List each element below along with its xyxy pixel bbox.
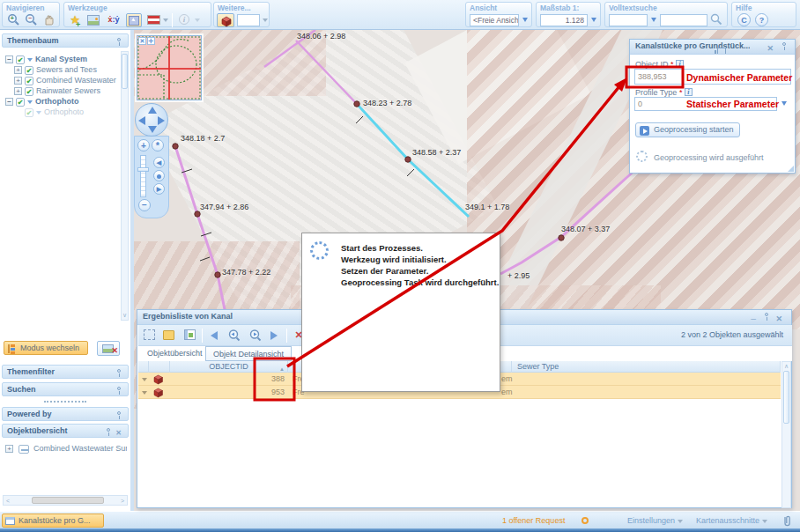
paperclip-icon[interactable] — [781, 514, 793, 528]
profile-type-dropdown-icon[interactable] — [781, 101, 787, 106]
pan-down-icon[interactable] — [148, 126, 157, 133]
clear-button[interactable]: C — [737, 13, 751, 26]
first-record-icon[interactable] — [207, 329, 221, 343]
geoprocessing-combo[interactable] — [237, 14, 260, 26]
resize-grip[interactable] — [788, 166, 794, 172]
highlight-icon[interactable] — [161, 329, 175, 343]
close-icon[interactable]: ✕ — [767, 42, 774, 55]
sidebar-splitter-handle[interactable] — [44, 401, 86, 403]
flag-dropdown-icon[interactable] — [161, 13, 169, 27]
objektuebersicht-hscrollbar[interactable]: < > — [3, 495, 128, 506]
info-icon[interactable]: i — [676, 60, 684, 68]
chevron-down-icon[interactable] — [27, 100, 33, 104]
checkbox-checked-icon[interactable]: ✔ — [25, 87, 33, 96]
geoprocessing-panel-titlebar[interactable]: Kanalstücke pro Grundstück... ✕ — [630, 40, 795, 55]
zoom-in-icon[interactable]: + — [6, 13, 20, 27]
row-expander-icon[interactable] — [142, 391, 147, 395]
minimize-icon[interactable]: ─ — [751, 313, 756, 325]
scale-dropdown-icon[interactable] — [589, 13, 598, 27]
geoprocessing-cube-icon[interactable] — [217, 13, 234, 27]
pan-hand-icon[interactable] — [41, 13, 56, 27]
expand-icon[interactable]: + — [14, 66, 22, 74]
tree-node-sewers-and-tees[interactable]: +✔Sewers and Tees — [14, 65, 97, 76]
expand-icon[interactable]: + — [5, 445, 13, 453]
tree-scrollbar[interactable]: ∨ — [121, 51, 129, 321]
coordinates-xy-icon[interactable]: ẋ:ẏ — [107, 13, 121, 27]
scroll-right-icon[interactable]: > — [119, 498, 126, 505]
pin-icon[interactable] — [107, 428, 110, 432]
suchen-panel-header[interactable]: Suchen — [2, 382, 129, 396]
zoom-out-button[interactable]: − — [138, 199, 151, 211]
tree-node-kanal-system[interactable]: −✔Kanal System — [5, 55, 87, 65]
icon-column-header[interactable] — [149, 361, 170, 373]
row-expander-icon[interactable] — [142, 378, 147, 381]
scroll-left-icon[interactable]: < — [4, 498, 11, 505]
tree-node-orthophoto-child[interactable]: ✔Orthophoto — [25, 107, 84, 118]
info-icon[interactable]: i — [685, 88, 693, 96]
view-dropdown-icon[interactable] — [521, 13, 530, 27]
zoom-slider[interactable] — [140, 155, 146, 197]
modus-wechseln-button[interactable]: Modus wechseln — [4, 341, 88, 355]
zoom-next-icon[interactable] — [248, 329, 262, 343]
checkbox-checked-icon[interactable]: ✔ — [16, 55, 25, 64]
fulltext-search-input[interactable] — [660, 14, 707, 26]
tree-node-rainwater-sewers[interactable]: +✔Rainwater Sewers — [14, 86, 100, 97]
pan-right-icon[interactable] — [158, 116, 165, 125]
scrollbar-thumb[interactable] — [122, 54, 128, 89]
objektuebersicht-item[interactable]: + Combined Wastewater Sun — [5, 444, 127, 454]
fulltext-dropdown-icon[interactable] — [649, 13, 658, 27]
themenbaum-panel-header[interactable]: Themenbaum — [2, 33, 129, 48]
scrollbar-thumb[interactable] — [783, 371, 789, 424]
close-icon[interactable]: ✕ — [115, 427, 122, 440]
select-tool-icon[interactable] — [126, 13, 142, 27]
weitere-dropdown-icon[interactable] — [261, 13, 269, 27]
info-tool-icon[interactable]: i — [177, 13, 191, 27]
powered-by-panel-header[interactable]: Powered by — [2, 407, 129, 421]
next-view-icon[interactable]: ▶ — [153, 183, 165, 195]
collapse-icon[interactable]: − — [5, 98, 13, 106]
zoom-slider-handle[interactable] — [137, 167, 149, 172]
zoom-in-button[interactable]: + — [137, 139, 150, 151]
sewer-type-column-header[interactable]: Sewer Type — [512, 361, 781, 373]
fulltext-category-select[interactable] — [609, 14, 648, 26]
previous-view-icon[interactable]: ◀ — [153, 157, 165, 168]
scroll-down-icon[interactable]: ∨ — [122, 312, 128, 319]
checkbox-checked-icon[interactable]: ✔ — [16, 98, 25, 107]
chevron-down-icon[interactable] — [36, 111, 41, 115]
start-geoprocessing-button[interactable]: Geoprocessing starten — [635, 122, 740, 137]
checkbox-checked-icon[interactable]: ✔ — [25, 66, 33, 75]
last-record-icon[interactable] — [267, 329, 281, 343]
info-dropdown-icon[interactable] — [193, 13, 201, 27]
pan-left-icon[interactable] — [138, 116, 145, 125]
sidebar-splitter[interactable] — [130, 30, 134, 511]
pin-icon[interactable] — [117, 38, 121, 41]
pin-icon[interactable] — [782, 42, 786, 46]
flag-tool-icon[interactable] — [147, 13, 161, 27]
marquee-select-icon[interactable] — [142, 329, 156, 343]
tree-node-orthophoto[interactable]: −✔Orthophoto — [5, 97, 78, 107]
checkbox-checked-icon[interactable]: ✔ — [25, 77, 33, 85]
taskbar-window-button[interactable]: Kanalstücke pro G... — [2, 514, 104, 528]
scrollbar-thumb[interactable] — [32, 497, 104, 504]
full-extent-icon[interactable]: * — [152, 139, 164, 151]
center-view-icon[interactable] — [153, 170, 165, 181]
pin-icon[interactable] — [117, 387, 121, 390]
add-favorite-icon[interactable]: ★+ — [68, 13, 82, 27]
zoom-previous-icon[interactable] — [226, 329, 241, 343]
overview-map[interactable]: ✕ ✛ — [137, 35, 202, 100]
help-button[interactable]: ? — [755, 13, 768, 26]
chevron-down-icon[interactable] — [27, 58, 33, 62]
collapse-icon[interactable]: − — [5, 55, 13, 63]
einstellungen-menu[interactable]: Einstellungen — [627, 516, 683, 525]
close-icon[interactable]: ✕ — [775, 313, 782, 325]
tab-objektuebersicht[interactable]: Objektübersicht — [140, 346, 211, 361]
search-icon[interactable] — [709, 13, 723, 27]
overview-close-icon[interactable]: ✕ — [138, 37, 146, 45]
results-scrollbar[interactable]: ∧ — [781, 361, 791, 508]
pin-icon[interactable] — [117, 369, 121, 373]
detail-view-icon[interactable] — [182, 329, 196, 343]
restore-icon[interactable] — [715, 50, 716, 55]
checkbox-checked-icon[interactable]: ✔ — [25, 108, 33, 117]
pin-icon[interactable] — [765, 313, 768, 316]
expand-icon[interactable]: + — [14, 77, 22, 85]
